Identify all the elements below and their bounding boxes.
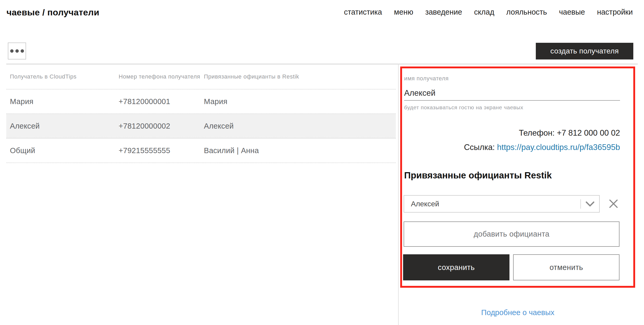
table-row-common[interactable]: Общий +79215555555 Василий | Анна [6, 139, 396, 163]
content-divider [398, 64, 399, 325]
more-actions-button[interactable] [8, 43, 26, 59]
nav-item-tips[interactable]: чаевые [559, 8, 585, 16]
recipient-name-hint: будет показываться гостю на экране чаевы… [404, 104, 523, 111]
create-recipient-button[interactable]: создать получателя [536, 43, 633, 59]
column-header-recipient: Получатель в CloudTips [6, 73, 115, 80]
cell-recipient: Общий [6, 146, 115, 155]
recipient-link-line: Ссылка: https://pay.cloudtips.ru/p/fa365… [404, 143, 620, 152]
tips-recipients-page: чаевые / получатели статистика меню заве… [0, 0, 644, 325]
recipient-name-label: имя получателя [404, 75, 449, 82]
link-label: Ссылка: [464, 143, 495, 152]
cloudtips-payment-link[interactable]: https://pay.cloudtips.ru/p/fa36595b [497, 143, 620, 152]
recipients-table: Получатель в CloudTips Номер телефона по… [6, 64, 396, 163]
page-title: чаевые / получатели [7, 7, 99, 17]
cell-recipient: Алексей [6, 122, 115, 130]
cell-recipient: Мария [6, 97, 115, 106]
nav-item-loyalty[interactable]: лояльность [506, 8, 547, 16]
ellipsis-icon [21, 49, 24, 53]
linked-waiters-heading: Привязанные официанты Restik [404, 170, 552, 180]
nav-item-menu[interactable]: меню [394, 8, 413, 16]
column-header-waiters: Привязанные официанты в Restik [200, 73, 396, 80]
tips-more-link[interactable]: Подробнее о чаевых [401, 308, 635, 317]
nav-item-statistics[interactable]: статистика [344, 8, 382, 16]
cell-waiters: Мария [200, 97, 396, 106]
nav-item-stock[interactable]: склад [474, 8, 494, 16]
nav-item-venue[interactable]: заведение [425, 8, 462, 16]
table-header-row: Получатель в CloudTips Номер телефона по… [6, 64, 396, 89]
recipient-name-input[interactable] [404, 86, 620, 101]
ellipsis-icon [15, 49, 19, 53]
cancel-button[interactable]: отменить [513, 254, 619, 280]
remove-waiter-close-icon[interactable] [608, 198, 619, 209]
column-header-phone: Номер телефона получателя [115, 73, 200, 80]
nav-item-settings[interactable]: настройки [597, 8, 633, 16]
table-row-alexey-selected[interactable]: Алексей +78120000002 Алексей [6, 114, 396, 139]
cell-phone: +79215555555 [115, 146, 200, 155]
cell-phone: +78120000002 [115, 122, 200, 130]
table-row-maria[interactable]: Мария +78120000001 Мария [6, 89, 396, 114]
cell-waiters: Василий | Анна [200, 146, 396, 155]
save-button[interactable]: сохранить [403, 254, 509, 280]
cell-waiters: Алексей [200, 122, 396, 130]
phone-value: +7 812 000 00 02 [557, 128, 620, 137]
phone-label: Телефон: [519, 128, 555, 137]
waiter-select[interactable]: Алексей [404, 195, 600, 213]
chevron-down-icon[interactable] [581, 201, 599, 207]
add-waiter-button[interactable]: добавить официанта [404, 221, 619, 247]
waiter-select-value: Алексей [404, 200, 580, 208]
cell-phone: +78120000001 [115, 97, 200, 106]
recipient-phone-line: Телефон: +7 812 000 00 02 [404, 128, 620, 138]
ellipsis-icon [10, 49, 14, 53]
top-nav: статистика меню заведение склад лояльнос… [344, 8, 633, 16]
